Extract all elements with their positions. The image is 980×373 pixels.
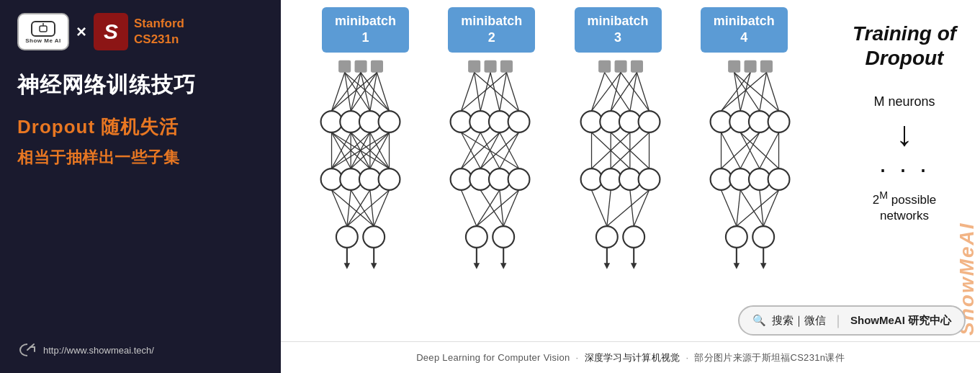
svg-point-67 (466, 226, 487, 248)
svg-point-143 (749, 168, 770, 190)
stanford-s-letter: S (94, 13, 128, 50)
svg-rect-135 (744, 60, 756, 72)
network-2 (432, 53, 547, 283)
svg-point-106 (638, 168, 660, 190)
minibatch-1-label: minibatch 1 (322, 7, 409, 53)
stanford-line1: Stanford (134, 16, 184, 32)
svg-rect-98 (631, 60, 643, 72)
times-sign: × (76, 22, 86, 42)
svg-line-90 (477, 190, 519, 226)
svg-line-20 (332, 73, 361, 111)
svg-line-128 (606, 190, 649, 226)
svg-point-108 (623, 226, 644, 248)
showmeai-watermark: ShowMeAI (954, 0, 980, 341)
svg-line-156 (721, 132, 740, 168)
svg-rect-58 (500, 60, 513, 72)
svg-line-148 (734, 73, 760, 111)
left-panel: Show Me AI × S Stanford CS231n 神经网络训练技巧 … (0, 0, 281, 373)
svg-point-62 (508, 111, 530, 132)
svg-point-139 (749, 111, 770, 132)
svg-point-102 (638, 111, 660, 132)
svg-marker-53 (344, 263, 351, 269)
svg-rect-3 (338, 60, 351, 72)
svg-marker-170 (733, 263, 740, 269)
search-text: 搜索｜微信 (772, 314, 826, 328)
dots-label: · · · (879, 154, 930, 184)
stanford-text: Stanford CS231n (134, 16, 184, 48)
svg-line-125 (591, 190, 606, 226)
footer-dot2: · (686, 352, 689, 363)
svg-rect-4 (355, 60, 367, 72)
svg-line-149 (734, 73, 779, 111)
svg-line-72 (481, 73, 491, 111)
svg-line-168 (763, 190, 778, 226)
svg-point-12 (359, 168, 381, 190)
svg-rect-1 (40, 26, 47, 32)
svg-line-19 (345, 73, 390, 111)
showme-logo-icon (30, 20, 56, 37)
svg-point-68 (493, 226, 515, 248)
svg-line-151 (740, 73, 750, 111)
svg-point-101 (619, 111, 641, 132)
svg-marker-133 (631, 263, 637, 269)
svg-rect-136 (760, 60, 773, 72)
svg-line-150 (721, 73, 750, 111)
link-icon (17, 340, 37, 360)
svg-line-88 (477, 190, 500, 226)
svg-line-110 (604, 73, 629, 111)
svg-line-81 (462, 132, 500, 168)
svg-point-140 (768, 111, 789, 132)
stanford-logo: S Stanford CS231n (94, 13, 184, 50)
svg-point-100 (600, 111, 621, 132)
svg-point-15 (363, 226, 385, 248)
minibatch-row: minibatch 1 minibatch 2 minibatch 3 mini… (288, 7, 822, 53)
svg-point-59 (451, 111, 472, 132)
svg-marker-93 (474, 263, 480, 269)
svg-line-70 (475, 73, 481, 111)
svg-line-147 (734, 73, 741, 111)
network-1 (302, 53, 418, 283)
training-title: Training of Dropout (853, 22, 956, 70)
search-divider: ｜ (832, 312, 845, 329)
svg-rect-5 (371, 60, 383, 72)
link-url: http://www.showmeai.tech/ (43, 345, 154, 356)
svg-point-138 (729, 111, 751, 132)
networks-row (288, 53, 822, 341)
svg-marker-95 (500, 263, 507, 269)
svg-line-126 (606, 190, 610, 226)
subtitle2: 相当于抽样出一些子集 (17, 147, 264, 168)
svg-line-167 (737, 190, 779, 226)
right-panel: minibatch 1 minibatch 2 minibatch 3 mini… (281, 0, 980, 373)
search-icon: 🔍 (752, 314, 766, 327)
svg-line-161 (760, 132, 779, 168)
svg-line-129 (634, 190, 649, 226)
svg-line-127 (629, 190, 633, 226)
showme-logo-text: Show Me AI (25, 37, 61, 44)
svg-line-44 (332, 190, 347, 226)
main-title: 神经网络训练技巧 (17, 71, 264, 99)
svg-line-21 (351, 73, 361, 111)
svg-point-64 (470, 168, 492, 190)
svg-point-14 (336, 226, 358, 248)
bottom-link[interactable]: http://www.showmeai.tech/ (17, 340, 154, 360)
svg-line-164 (737, 190, 740, 226)
svg-line-51 (374, 190, 389, 226)
stanford-line2: CS231n (134, 32, 184, 48)
svg-line-71 (475, 73, 519, 111)
svg-line-73 (490, 73, 500, 111)
footer-text1: Deep Learning for Computer Vision (416, 352, 570, 363)
svg-point-7 (340, 111, 361, 132)
search-bar[interactable]: 🔍 搜索｜微信 ｜ ShowMeAI 研究中心 (738, 305, 966, 336)
svg-point-8 (359, 111, 381, 132)
svg-point-11 (340, 168, 361, 190)
svg-point-105 (619, 168, 641, 190)
minibatch-3-label: minibatch 3 (575, 7, 662, 53)
main-content: minibatch 1 minibatch 2 minibatch 3 mini… (281, 0, 980, 341)
svg-line-86 (462, 190, 477, 226)
subtitle1: Dropout 随机失活 (17, 114, 264, 140)
svg-point-103 (580, 168, 602, 190)
svg-line-91 (504, 190, 519, 226)
svg-point-145 (726, 226, 747, 248)
showme-logo: Show Me AI (17, 13, 69, 50)
svg-point-141 (710, 168, 732, 190)
